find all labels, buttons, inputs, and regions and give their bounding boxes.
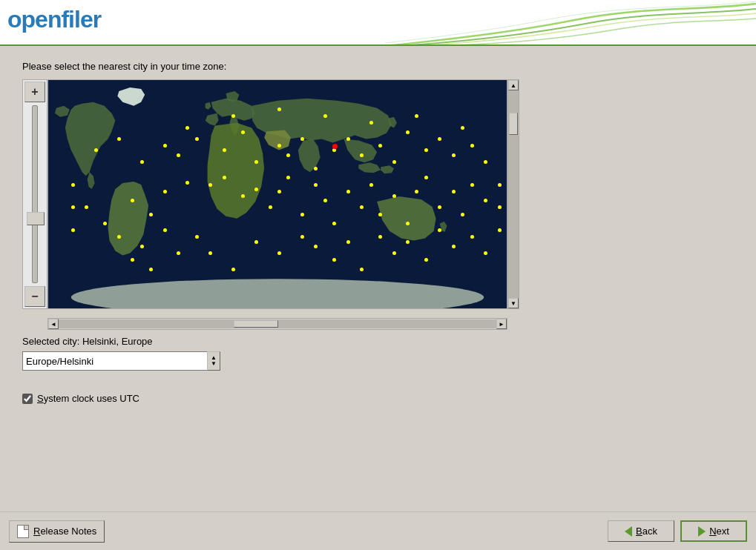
logo: openfiler bbox=[7, 6, 101, 33]
release-notes-button[interactable]: Release Notes bbox=[9, 520, 105, 543]
hscroll-thumb[interactable] bbox=[234, 320, 278, 328]
vscroll-thumb[interactable] bbox=[509, 113, 518, 135]
back-button[interactable]: Back bbox=[608, 520, 674, 542]
selected-city-label: Selected city: Helsinki, Europe bbox=[22, 336, 734, 347]
footer: Release Notes Back Next bbox=[0, 511, 756, 550]
scroll-down-arrow[interactable]: ▼ bbox=[508, 298, 519, 308]
zoom-out-button[interactable]: − bbox=[24, 286, 45, 307]
scroll-right-arrow[interactable]: ► bbox=[496, 319, 507, 329]
timezone-select[interactable]: Europe/Helsinki America/New_York America… bbox=[22, 351, 208, 371]
zoom-in-button[interactable]: + bbox=[24, 82, 45, 102]
scroll-left-arrow[interactable]: ◄ bbox=[48, 319, 59, 329]
utc-label: System clock uses UTC bbox=[37, 393, 139, 404]
timezone-spinner[interactable]: ▲ ▼ bbox=[207, 351, 220, 371]
back-label: Back bbox=[636, 526, 657, 537]
logo-text: openfiler bbox=[7, 6, 101, 33]
back-arrow-icon bbox=[625, 526, 632, 537]
scroll-up-arrow[interactable]: ▲ bbox=[508, 80, 519, 90]
map-container: + − bbox=[22, 79, 734, 309]
main-content: Please select the nearest city in your t… bbox=[0, 46, 756, 441]
header-decoration bbox=[385, 0, 756, 46]
map-instruction-label: Please select the nearest city in your t… bbox=[22, 61, 734, 72]
map-horizontal-scrollbar: ◄ ► bbox=[47, 318, 507, 330]
zoom-slider-track bbox=[32, 105, 38, 283]
utc-checkbox-row: System clock uses UTC bbox=[22, 393, 734, 404]
world-map[interactable] bbox=[47, 79, 507, 309]
spinner-down-icon: ▼ bbox=[211, 361, 217, 367]
hscroll-track bbox=[59, 319, 496, 328]
release-notes-label: Release Notes bbox=[33, 526, 96, 537]
timezone-select-wrapper: Europe/Helsinki America/New_York America… bbox=[22, 351, 734, 371]
utc-checkbox[interactable] bbox=[22, 394, 33, 404]
map-svg bbox=[48, 80, 507, 308]
footer-nav-buttons: Back Next bbox=[608, 520, 747, 542]
map-vertical-scrollbar: ▲ ▼ bbox=[507, 79, 519, 309]
map-hscroll-row: ◄ ► bbox=[47, 318, 507, 330]
header: openfiler bbox=[0, 0, 756, 46]
next-arrow-icon bbox=[698, 526, 706, 537]
vscroll-track bbox=[508, 90, 519, 298]
zoom-slider-thumb[interactable] bbox=[27, 212, 45, 225]
document-icon bbox=[17, 525, 29, 538]
zoom-controls: + − bbox=[22, 79, 47, 309]
next-label: Next bbox=[709, 526, 729, 537]
next-button[interactable]: Next bbox=[680, 520, 747, 542]
